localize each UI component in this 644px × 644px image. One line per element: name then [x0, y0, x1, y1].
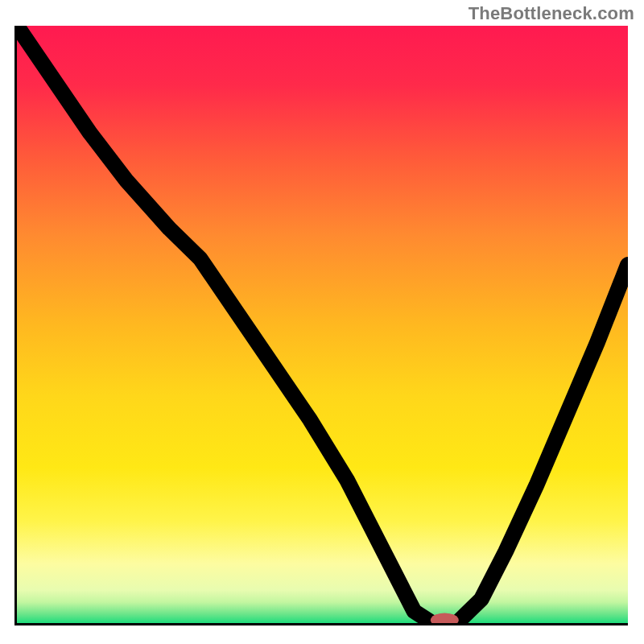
- plot-area: [14, 26, 628, 625]
- chart-background: [17, 26, 628, 623]
- plot-inner: [17, 26, 628, 623]
- attribution-label: TheBottleneck.com: [469, 3, 634, 24]
- chart-container: TheBottleneck.com: [0, 0, 644, 644]
- chart-svg: [17, 26, 628, 623]
